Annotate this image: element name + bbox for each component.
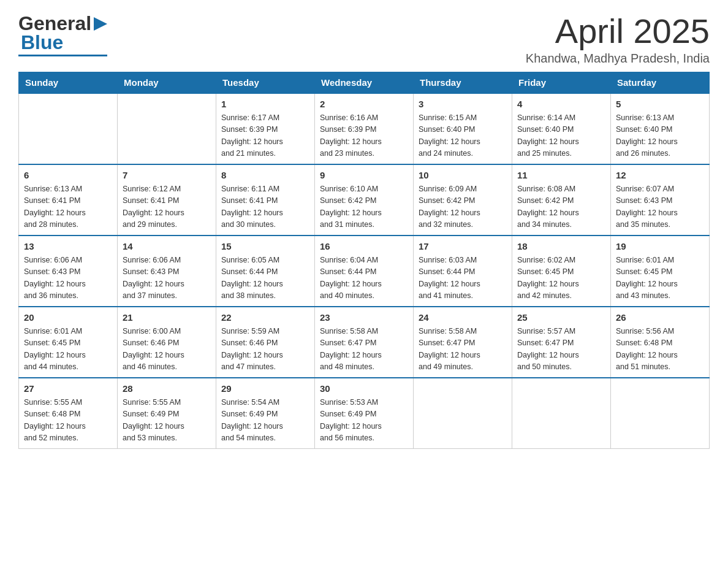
day-info: Sunrise: 5:58 AM Sunset: 6:47 PM Dayligh…: [320, 326, 408, 373]
day-info: Sunrise: 6:07 AM Sunset: 6:43 PM Dayligh…: [616, 183, 704, 231]
header-sunday: Sunday: [19, 72, 118, 93]
day-info: Sunrise: 6:11 AM Sunset: 6:41 PM Dayligh…: [221, 183, 309, 231]
day-number: 6: [24, 169, 112, 183]
calendar-header-row: Sunday Monday Tuesday Wednesday Thursday…: [19, 72, 710, 93]
table-row: [512, 378, 611, 449]
day-info: Sunrise: 5:57 AM Sunset: 6:47 PM Dayligh…: [517, 326, 605, 373]
day-info: Sunrise: 6:08 AM Sunset: 6:42 PM Dayligh…: [517, 183, 605, 231]
day-number: 10: [419, 169, 507, 183]
table-row: 15Sunrise: 6:05 AM Sunset: 6:44 PM Dayli…: [216, 236, 315, 307]
table-row: 29Sunrise: 5:54 AM Sunset: 6:49 PM Dayli…: [216, 378, 315, 449]
table-row: 20Sunrise: 6:01 AM Sunset: 6:45 PM Dayli…: [19, 307, 118, 378]
day-number: 18: [517, 240, 605, 254]
table-row: 13Sunrise: 6:06 AM Sunset: 6:43 PM Dayli…: [19, 236, 118, 307]
day-number: 20: [24, 311, 112, 325]
day-number: 11: [517, 169, 605, 183]
title-block: April 2025 Khandwa, Madhya Pradesh, Indi…: [526, 12, 710, 66]
table-row: 21Sunrise: 6:00 AM Sunset: 6:46 PM Dayli…: [118, 307, 216, 378]
header-monday: Monday: [118, 72, 216, 93]
day-number: 1: [221, 98, 309, 112]
day-number: 12: [616, 169, 704, 183]
svg-marker-0: [94, 17, 107, 31]
table-row: 12Sunrise: 6:07 AM Sunset: 6:43 PM Dayli…: [611, 164, 710, 236]
day-number: 13: [24, 240, 112, 254]
day-info: Sunrise: 6:03 AM Sunset: 6:44 PM Dayligh…: [419, 255, 507, 302]
day-number: 3: [419, 98, 507, 112]
month-title: April 2025: [526, 12, 710, 50]
header-thursday: Thursday: [414, 72, 512, 93]
day-number: 17: [419, 240, 507, 254]
table-row: 10Sunrise: 6:09 AM Sunset: 6:42 PM Dayli…: [414, 164, 512, 236]
day-number: 19: [616, 240, 704, 254]
day-info: Sunrise: 6:04 AM Sunset: 6:44 PM Dayligh…: [320, 255, 408, 302]
header-saturday: Saturday: [611, 72, 710, 93]
day-info: Sunrise: 5:55 AM Sunset: 6:48 PM Dayligh…: [24, 397, 112, 445]
day-number: 27: [24, 382, 112, 396]
table-row: 24Sunrise: 5:58 AM Sunset: 6:47 PM Dayli…: [414, 307, 512, 378]
day-info: Sunrise: 6:14 AM Sunset: 6:40 PM Dayligh…: [517, 112, 605, 160]
logo-blue-text: Blue: [21, 31, 107, 54]
table-row: 11Sunrise: 6:08 AM Sunset: 6:42 PM Dayli…: [512, 164, 611, 236]
logo: General Blue: [18, 12, 107, 56]
day-number: 7: [123, 169, 211, 183]
table-row: 14Sunrise: 6:06 AM Sunset: 6:43 PM Dayli…: [118, 236, 216, 307]
day-number: 21: [123, 311, 211, 325]
table-row: [118, 93, 216, 164]
day-info: Sunrise: 5:59 AM Sunset: 6:46 PM Dayligh…: [221, 326, 309, 373]
table-row: 6Sunrise: 6:13 AM Sunset: 6:41 PM Daylig…: [19, 164, 118, 236]
table-row: 3Sunrise: 6:15 AM Sunset: 6:40 PM Daylig…: [414, 93, 512, 164]
table-row: 1Sunrise: 6:17 AM Sunset: 6:39 PM Daylig…: [216, 93, 315, 164]
day-info: Sunrise: 5:56 AM Sunset: 6:48 PM Dayligh…: [616, 326, 704, 373]
calendar-week-4: 20Sunrise: 6:01 AM Sunset: 6:45 PM Dayli…: [19, 307, 710, 378]
calendar-week-3: 13Sunrise: 6:06 AM Sunset: 6:43 PM Dayli…: [19, 236, 710, 307]
table-row: 2Sunrise: 6:16 AM Sunset: 6:39 PM Daylig…: [315, 93, 414, 164]
table-row: 19Sunrise: 6:01 AM Sunset: 6:45 PM Dayli…: [611, 236, 710, 307]
day-info: Sunrise: 6:02 AM Sunset: 6:45 PM Dayligh…: [517, 255, 605, 302]
table-row: [611, 378, 710, 449]
day-number: 15: [221, 240, 309, 254]
day-number: 8: [221, 169, 309, 183]
page-header: General Blue April 2025 Khandwa, Madhya …: [18, 12, 710, 66]
table-row: 8Sunrise: 6:11 AM Sunset: 6:41 PM Daylig…: [216, 164, 315, 236]
table-row: 28Sunrise: 5:55 AM Sunset: 6:49 PM Dayli…: [118, 378, 216, 449]
day-info: Sunrise: 6:06 AM Sunset: 6:43 PM Dayligh…: [123, 255, 211, 302]
table-row: 25Sunrise: 5:57 AM Sunset: 6:47 PM Dayli…: [512, 307, 611, 378]
day-info: Sunrise: 6:13 AM Sunset: 6:40 PM Dayligh…: [616, 112, 704, 160]
calendar-week-1: 1Sunrise: 6:17 AM Sunset: 6:39 PM Daylig…: [19, 93, 710, 164]
calendar-week-2: 6Sunrise: 6:13 AM Sunset: 6:41 PM Daylig…: [19, 164, 710, 236]
logo-arrow-icon: [94, 17, 107, 33]
table-row: 26Sunrise: 5:56 AM Sunset: 6:48 PM Dayli…: [611, 307, 710, 378]
header-wednesday: Wednesday: [315, 72, 414, 93]
day-number: 25: [517, 311, 605, 325]
calendar-week-5: 27Sunrise: 5:55 AM Sunset: 6:48 PM Dayli…: [19, 378, 710, 449]
day-info: Sunrise: 6:09 AM Sunset: 6:42 PM Dayligh…: [419, 183, 507, 231]
day-number: 9: [320, 169, 408, 183]
day-info: Sunrise: 6:12 AM Sunset: 6:41 PM Dayligh…: [123, 183, 211, 231]
day-info: Sunrise: 6:15 AM Sunset: 6:40 PM Dayligh…: [419, 112, 507, 160]
table-row: 27Sunrise: 5:55 AM Sunset: 6:48 PM Dayli…: [19, 378, 118, 449]
day-number: 4: [517, 98, 605, 112]
day-number: 14: [123, 240, 211, 254]
table-row: 17Sunrise: 6:03 AM Sunset: 6:44 PM Dayli…: [414, 236, 512, 307]
day-info: Sunrise: 5:55 AM Sunset: 6:49 PM Dayligh…: [123, 397, 211, 445]
header-friday: Friday: [512, 72, 611, 93]
day-number: 24: [419, 311, 507, 325]
table-row: 16Sunrise: 6:04 AM Sunset: 6:44 PM Dayli…: [315, 236, 414, 307]
day-number: 22: [221, 311, 309, 325]
day-number: 28: [123, 382, 211, 396]
table-row: 18Sunrise: 6:02 AM Sunset: 6:45 PM Dayli…: [512, 236, 611, 307]
table-row: 5Sunrise: 6:13 AM Sunset: 6:40 PM Daylig…: [611, 93, 710, 164]
day-number: 29: [221, 382, 309, 396]
table-row: 7Sunrise: 6:12 AM Sunset: 6:41 PM Daylig…: [118, 164, 216, 236]
day-info: Sunrise: 6:01 AM Sunset: 6:45 PM Dayligh…: [616, 255, 704, 302]
day-info: Sunrise: 6:17 AM Sunset: 6:39 PM Dayligh…: [221, 112, 309, 160]
day-info: Sunrise: 6:06 AM Sunset: 6:43 PM Dayligh…: [24, 255, 112, 302]
day-number: 16: [320, 240, 408, 254]
table-row: 22Sunrise: 5:59 AM Sunset: 6:46 PM Dayli…: [216, 307, 315, 378]
table-row: [19, 93, 118, 164]
day-number: 2: [320, 98, 408, 112]
table-row: 23Sunrise: 5:58 AM Sunset: 6:47 PM Dayli…: [315, 307, 414, 378]
day-info: Sunrise: 6:05 AM Sunset: 6:44 PM Dayligh…: [221, 255, 309, 302]
day-info: Sunrise: 5:54 AM Sunset: 6:49 PM Dayligh…: [221, 397, 309, 445]
table-row: [414, 378, 512, 449]
